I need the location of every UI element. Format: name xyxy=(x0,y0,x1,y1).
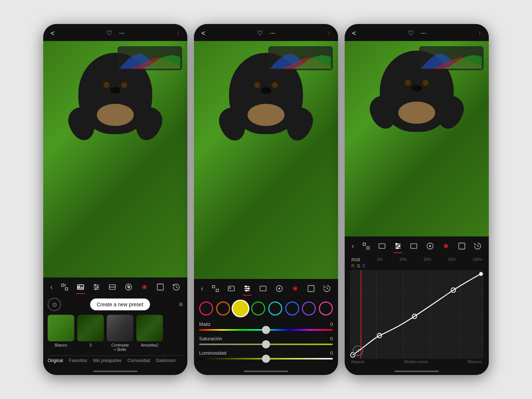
back-button-3[interactable]: < xyxy=(352,30,356,37)
tool-tone-1[interactable] xyxy=(107,282,118,293)
reset-curve-icon[interactable]: ↺ xyxy=(353,345,363,356)
color-circle-blue[interactable] xyxy=(285,301,299,316)
slider-luminosidad-track[interactable] xyxy=(199,358,333,359)
heart-icon-1[interactable]: ♡ xyxy=(106,29,112,37)
preset-thumb-amoeba xyxy=(136,315,163,341)
tool-eye-1[interactable] xyxy=(139,282,150,293)
dog-photo-1 xyxy=(43,41,187,277)
svg-point-46 xyxy=(429,245,431,247)
tool-back-1[interactable]: ‹ xyxy=(49,281,54,293)
slider-luminosidad-thumb[interactable] xyxy=(262,355,270,363)
preset-thumb-blanco xyxy=(48,315,74,341)
svg-rect-37 xyxy=(379,243,385,248)
tab-original[interactable]: Original xyxy=(48,358,63,363)
tool-tone-2[interactable] xyxy=(258,283,269,294)
color-circle-purple[interactable] xyxy=(302,301,316,316)
color-circle-green[interactable] xyxy=(251,301,265,316)
curves-chart[interactable]: ↺ xyxy=(350,270,484,359)
tool-history-1[interactable] xyxy=(171,282,182,293)
dog-photo-2 xyxy=(194,41,338,279)
curve-label-g[interactable]: G xyxy=(357,263,360,269)
tab-comunidad[interactable]: Comunidad xyxy=(127,358,150,363)
photo-area-3 xyxy=(345,41,489,236)
histogram-svg-3 xyxy=(420,48,482,69)
svg-point-15 xyxy=(128,286,129,288)
svg-rect-29 xyxy=(260,286,266,291)
tool-history-2[interactable] xyxy=(321,283,332,294)
dots-icon-2[interactable]: ··· xyxy=(270,29,275,37)
tab-mis[interactable]: Mis preajustes xyxy=(93,358,122,363)
tool-sliders-1[interactable] xyxy=(91,282,102,293)
svg-point-48 xyxy=(445,245,447,247)
slider-saturacion-track[interactable] xyxy=(199,344,333,345)
tool-bio-3[interactable] xyxy=(424,241,436,252)
tool-crop-1[interactable] xyxy=(59,282,70,293)
tab-darkroom[interactable]: Darkroom xyxy=(156,358,175,363)
svg-rect-18 xyxy=(157,284,164,290)
preset-thumb-contraste xyxy=(107,315,133,341)
slider-luminosidad-row: Luminosidad 0 xyxy=(199,350,333,359)
histogram-1 xyxy=(117,46,182,70)
dog-eye-left-2 xyxy=(253,81,261,89)
slider-matiz-thumb[interactable] xyxy=(262,326,270,334)
svg-rect-20 xyxy=(216,289,218,291)
heart-icon-3[interactable]: ♡ xyxy=(408,29,414,37)
home-indicator-3 xyxy=(395,371,439,372)
back-button-1[interactable]: < xyxy=(51,30,55,37)
color-circle-red[interactable] xyxy=(199,301,213,316)
tool-bio-1[interactable] xyxy=(123,282,134,293)
slider-matiz-track[interactable] xyxy=(199,329,333,331)
curve-bottom-blancos: Blancos xyxy=(468,359,482,364)
back-button-2[interactable]: < xyxy=(201,30,205,37)
color-circle-yellow[interactable] xyxy=(233,301,248,316)
list-icon[interactable]: ≡ xyxy=(179,301,183,308)
share-icon-3[interactable]: ↑ xyxy=(478,30,481,37)
share-icon-1[interactable]: ↑ xyxy=(177,30,180,37)
tool-crop-3[interactable] xyxy=(361,241,372,252)
share-icon-2[interactable]: ↑ xyxy=(327,30,331,37)
tool-square-2[interactable] xyxy=(306,283,317,294)
preset-amoeba[interactable]: Amoeba2 xyxy=(136,315,163,352)
slider-saturacion-thumb[interactable] xyxy=(262,340,270,348)
top-bar-center-2: ♡ ··· xyxy=(257,29,275,37)
dots-icon-3[interactable]: ··· xyxy=(420,29,426,37)
percent-20: 20% xyxy=(399,258,407,262)
heart-icon-2[interactable]: ♡ xyxy=(257,29,263,37)
home-indicator-2 xyxy=(244,371,288,372)
dog-photo-3 xyxy=(345,41,489,236)
tool-bio-2[interactable] xyxy=(274,283,285,294)
dog-snout-3 xyxy=(398,102,435,124)
color-circle-teal[interactable] xyxy=(268,301,282,316)
tool-back-3[interactable]: ‹ xyxy=(350,240,356,252)
tool-square-3[interactable] xyxy=(456,241,467,252)
slider-matiz-value: 0 xyxy=(330,321,333,327)
curve-label-r[interactable]: R xyxy=(351,263,355,269)
tool-square-1[interactable] xyxy=(155,282,166,293)
dog-eye-right-2 xyxy=(271,81,279,89)
tool-photo-1[interactable] xyxy=(75,282,86,293)
tool-eye-3[interactable] xyxy=(440,241,451,252)
tool-eye-2[interactable] xyxy=(290,283,301,294)
svg-rect-21 xyxy=(228,286,235,291)
color-circle-orange[interactable] xyxy=(216,301,230,316)
dots-icon-1[interactable]: ··· xyxy=(119,29,125,37)
color-circle-pink[interactable] xyxy=(319,301,333,316)
percent-50: 50% xyxy=(424,258,431,262)
tool-photo-2[interactable] xyxy=(226,283,237,294)
preset-blanco[interactable]: Blanco xyxy=(48,315,74,352)
tab-favoritos[interactable]: Favoritos xyxy=(69,358,87,363)
tool-back-2[interactable]: ‹ xyxy=(200,283,205,294)
tool-photo-3[interactable] xyxy=(376,241,388,252)
tool-sliders-2[interactable] xyxy=(242,283,253,294)
tool-tone-3[interactable] xyxy=(408,241,419,252)
preset-contraste[interactable]: Contraste + Brillo xyxy=(107,315,133,352)
tool-crop-2[interactable] xyxy=(210,283,221,294)
preset-3[interactable]: 3 xyxy=(77,315,104,352)
svg-point-43 xyxy=(396,247,398,249)
compass-icon[interactable]: ⊙ xyxy=(48,298,61,311)
curve-label-b[interactable]: B xyxy=(362,263,365,269)
tool-icons-row-3: ‹ xyxy=(345,236,489,254)
tool-sliders-3[interactable] xyxy=(392,241,403,252)
create-preset-button[interactable]: Create a new preset xyxy=(90,299,150,310)
tool-history-3[interactable] xyxy=(472,241,483,252)
